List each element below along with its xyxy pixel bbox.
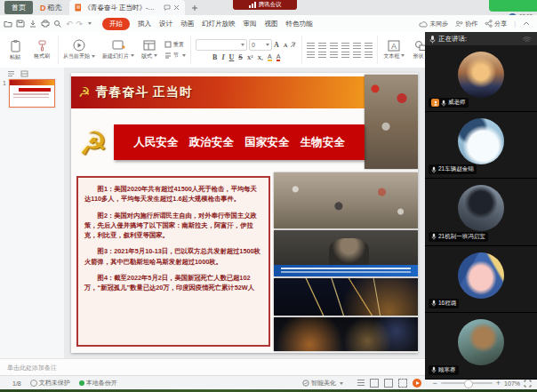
meeting-screenshare-indicator[interactable]: 腾讯会议 bbox=[233, 0, 297, 10]
tab-animation[interactable]: 动画 bbox=[180, 20, 194, 28]
italic-button[interactable]: I bbox=[221, 53, 224, 61]
mic-icon bbox=[431, 366, 437, 373]
subscript-button[interactable]: X₂ bbox=[257, 54, 263, 60]
mic-icon bbox=[441, 100, 446, 107]
participant-tile[interactable]: 21机制一班冯启宝 bbox=[425, 179, 537, 245]
collaborate-button[interactable]: 协作 bbox=[455, 20, 477, 28]
tab-insert[interactable]: 插入 bbox=[138, 20, 151, 28]
slide-1-thumbnail[interactable] bbox=[9, 79, 55, 108]
play-from-current-button[interactable]: 从当前开始 bbox=[63, 39, 95, 60]
paste-button[interactable]: 粘贴 bbox=[4, 39, 27, 61]
align-center-icon[interactable] bbox=[318, 52, 326, 58]
share-button[interactable]: 分享 bbox=[485, 20, 507, 28]
zoom-slider-knob[interactable] bbox=[464, 380, 473, 388]
quick-access-caret-icon[interactable] bbox=[88, 22, 92, 25]
notes-bar[interactable]: 单击此处添加备注 bbox=[0, 358, 425, 376]
zoom-out-button[interactable]: − bbox=[433, 379, 437, 388]
strikethrough-button[interactable]: S bbox=[238, 53, 242, 61]
layout-button[interactable]: 版式 bbox=[138, 40, 161, 60]
decrease-indent-icon[interactable] bbox=[330, 43, 338, 49]
document-protect-status[interactable]: 文档未保护 bbox=[30, 379, 70, 388]
font-size-select[interactable]: 0 bbox=[249, 39, 272, 51]
highlight-color-button[interactable]: A bbox=[268, 53, 272, 61]
thumbnail-view-icon[interactable] bbox=[20, 70, 28, 77]
new-tab-button[interactable] bbox=[185, 4, 204, 12]
superscript-button[interactable]: X² bbox=[247, 54, 253, 60]
participant-avatar bbox=[458, 319, 504, 365]
underline-button[interactable]: U bbox=[229, 53, 235, 61]
new-slide-label: 新建幻灯片 bbox=[102, 53, 129, 59]
cloud-icon bbox=[419, 20, 428, 28]
participant-tile[interactable]: 顾寒赛 bbox=[425, 313, 537, 380]
increase-font-icon[interactable]: A bbox=[274, 41, 279, 49]
slide-sorter-icon[interactable] bbox=[384, 379, 393, 388]
bold-button[interactable]: B bbox=[212, 53, 217, 61]
paragraph-2: 图2：美国对内施行所谓民主自由，对外奉行帝国主义政策，先后入侵并搞垮了以下国家：… bbox=[84, 211, 262, 241]
fit-slide-icon[interactable] bbox=[524, 380, 532, 388]
divider bbox=[58, 36, 59, 64]
reset-icon bbox=[164, 41, 172, 48]
decrease-font-icon[interactable]: A bbox=[284, 42, 288, 48]
tab-home[interactable]: 开始 bbox=[102, 18, 130, 30]
increase-indent-icon[interactable] bbox=[341, 43, 349, 49]
numbered-list-icon[interactable] bbox=[318, 43, 326, 49]
collapse-ribbon-icon[interactable] bbox=[523, 21, 530, 26]
participant-tile[interactable]: 21车辆赵金锦 bbox=[425, 112, 537, 179]
tab-view[interactable]: 视图 bbox=[265, 20, 278, 28]
tab-slideshow[interactable]: 幻灯片放映 bbox=[202, 20, 236, 28]
divider: | bbox=[514, 20, 516, 27]
meeting-indicator-label: 腾讯会议 bbox=[259, 1, 282, 9]
tab-review[interactable]: 审阅 bbox=[244, 20, 257, 28]
outline-mode-icon[interactable] bbox=[357, 380, 365, 387]
participant-tile[interactable]: 16程璐 bbox=[425, 246, 537, 313]
output-icon[interactable] bbox=[28, 20, 37, 28]
bullet-list-icon[interactable] bbox=[307, 43, 315, 49]
line-spacing-icon[interactable] bbox=[353, 43, 361, 49]
home-tab[interactable]: 首页 bbox=[4, 1, 33, 14]
preview-icon[interactable] bbox=[53, 20, 62, 28]
columns-icon[interactable] bbox=[353, 52, 361, 58]
zoom-in-button[interactable]: + bbox=[496, 379, 501, 388]
format-painter-button[interactable]: 格式刷 bbox=[30, 40, 53, 60]
justify-icon[interactable] bbox=[341, 52, 349, 58]
view-switcher: 智能美化 bbox=[302, 379, 421, 388]
slide-body-textbox[interactable]: 图1：美国2020年共有超过41500人死于枪击，平均每天达110多人，平均每天… bbox=[76, 176, 270, 347]
sync-status[interactable]: 未同步 bbox=[419, 20, 448, 28]
redo-icon[interactable]: ↷ bbox=[76, 20, 84, 28]
print-icon[interactable] bbox=[41, 20, 50, 28]
reset-button[interactable]: 重置 bbox=[164, 41, 186, 49]
font-color-button[interactable]: A bbox=[277, 53, 281, 61]
open-folder-icon[interactable] bbox=[4, 20, 12, 28]
textbox-icon: A bbox=[388, 40, 400, 52]
smart-beautify-button[interactable]: 智能美化 bbox=[302, 379, 343, 388]
close-tab-icon[interactable] bbox=[173, 4, 180, 11]
textbox-button[interactable]: A 文本框 bbox=[382, 40, 405, 60]
slide-canvas[interactable]: ☭ 青春奋斗 正当时 ☭ 人民安全 政治安全 国家安全 生物安全 图1：美国20… bbox=[64, 68, 425, 358]
paragraph-settings-icon[interactable] bbox=[365, 52, 373, 58]
normal-view-icon[interactable] bbox=[370, 379, 379, 388]
zoom-slider[interactable] bbox=[441, 382, 493, 384]
align-right-icon[interactable] bbox=[330, 52, 338, 58]
tab-design[interactable]: 设计 bbox=[159, 20, 172, 28]
align-left-icon[interactable] bbox=[307, 52, 315, 58]
slideshow-play-button[interactable] bbox=[413, 379, 421, 388]
meeting-sharing-bar[interactable] bbox=[489, 0, 537, 12]
section-button[interactable]: 节 bbox=[164, 52, 186, 60]
text-direction-icon[interactable] bbox=[365, 43, 373, 49]
local-backup-status[interactable]: 本地备份开 bbox=[79, 379, 117, 388]
undo-icon[interactable]: ↶ bbox=[66, 20, 73, 28]
beautify-label: 智能美化 bbox=[311, 379, 336, 388]
docer-tab[interactable]: D 稻壳 bbox=[33, 3, 69, 12]
comment-icon[interactable] bbox=[164, 4, 171, 12]
outline-view-icon[interactable] bbox=[7, 70, 15, 77]
new-slide-button[interactable]: 新建幻灯片 bbox=[102, 40, 134, 60]
clear-format-icon[interactable] bbox=[289, 41, 297, 49]
document-tab[interactable]: 《青春奋斗 正当时》-最减 bbox=[69, 0, 185, 15]
save-icon[interactable] bbox=[16, 20, 25, 28]
slide-1[interactable]: ☭ 青春奋斗 正当时 ☭ 人民安全 政治安全 国家安全 生物安全 图1：美国20… bbox=[71, 73, 418, 353]
tab-special-features[interactable]: 特色功能 bbox=[286, 20, 313, 28]
reading-view-icon[interactable] bbox=[398, 379, 407, 388]
thumbnail-number: 1 bbox=[3, 79, 6, 108]
participant-tile[interactable]: 威老师 bbox=[425, 45, 537, 112]
font-name-select[interactable] bbox=[196, 39, 247, 51]
